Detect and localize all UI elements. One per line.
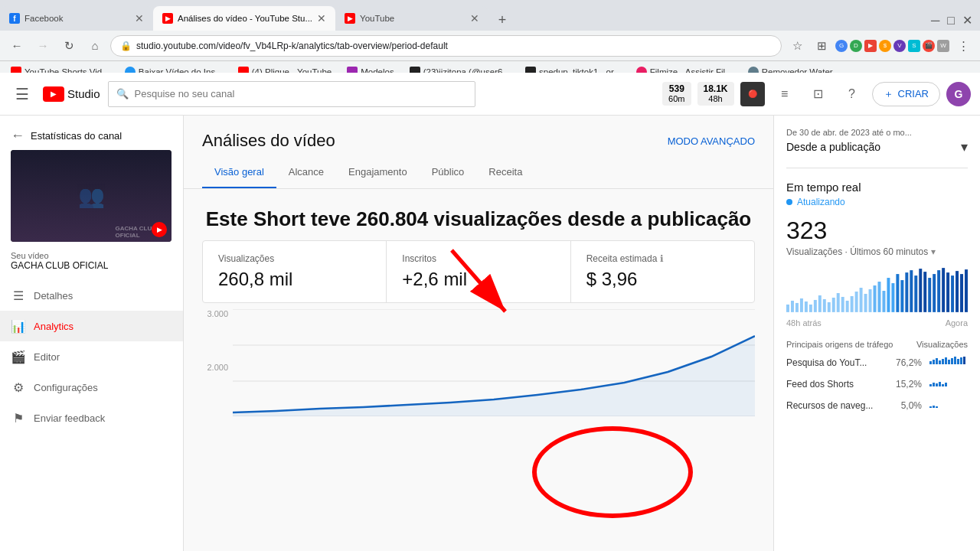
tab-close-youtube[interactable]: ✕ <box>470 12 479 24</box>
y-label-2000: 2.000 <box>207 363 228 372</box>
svg-rect-14 <box>823 299 826 312</box>
period-selector[interactable]: Desde a publicação ▾ <box>786 139 968 155</box>
stats-48h-box[interactable]: 18.1K 48h <box>697 82 734 106</box>
chrome-extension-8[interactable]: W <box>937 40 949 52</box>
chrome-extension-4[interactable]: $ <box>879 40 891 52</box>
advanced-mode-button[interactable]: MODO AVANÇADO <box>668 135 755 147</box>
tab-bar: f Facebook ✕ ▶ Análises do vídeo - YouTu… <box>0 0 980 31</box>
search-box[interactable]: 🔍 <box>108 81 475 107</box>
source-bar-3 <box>929 398 968 413</box>
revenue-label: Receita estimada ℹ <box>586 253 739 264</box>
svg-rect-26 <box>877 282 880 312</box>
chart-y-labels: 3.000 2.000 <box>202 309 233 416</box>
criar-button[interactable]: ＋ CRIAR <box>872 82 940 106</box>
sidebar: ← Estatísticas do canal 👥 GACHA CLUBOFIC… <box>0 116 184 551</box>
user-avatar[interactable]: G <box>946 82 971 106</box>
tab-engagement-label: Engajamento <box>348 166 407 178</box>
mini-chart <box>786 266 968 312</box>
tab-engagement[interactable]: Engajamento <box>336 157 420 188</box>
tab-overview[interactable]: Visão geral <box>202 157 276 188</box>
hamburger-menu[interactable]: ☰ <box>9 79 35 109</box>
menu-icon[interactable]: ≡ <box>771 80 799 108</box>
live-icon[interactable]: 🔴 <box>740 82 765 106</box>
svg-rect-57 <box>963 357 965 364</box>
close-browser-button[interactable]: ✕ <box>959 10 975 31</box>
chrome-extension-7[interactable]: 🎬 <box>923 40 935 52</box>
sidebar-item-editor[interactable]: 🎬 Editor <box>0 341 183 372</box>
svg-rect-15 <box>828 302 831 312</box>
tab-revenue[interactable]: Receita <box>476 157 534 188</box>
main-content: ← Estatísticas do canal 👥 GACHA CLUBOFIC… <box>0 116 980 551</box>
tab-title-youtube: YouTube <box>360 14 466 23</box>
browser-tab-yt-studio[interactable]: ▶ Análises do vídeo - YouTube Stu... ✕ <box>153 6 335 31</box>
sidebar-item-configuracoes[interactable]: ⚙ Configurações <box>0 372 183 403</box>
tab-close-yt-studio[interactable]: ✕ <box>317 12 326 24</box>
sidebar-back-header[interactable]: ← Estatísticas do canal <box>0 116 183 150</box>
svg-rect-46 <box>929 361 932 364</box>
realtime-section: Em tempo real Atualizando 323 Visualizaç… <box>786 168 968 413</box>
realtime-panel: De 30 de abr. de 2023 até o mo... Desde … <box>773 116 980 551</box>
help-icon[interactable]: ? <box>838 80 866 108</box>
tab-close-facebook[interactable]: ✕ <box>135 12 144 24</box>
home-button[interactable]: ⌂ <box>84 35 106 57</box>
forward-button[interactable]: → <box>32 35 54 57</box>
youtube-logo-icon <box>43 86 64 102</box>
dropdown-sublabel-icon[interactable]: ▾ <box>931 246 936 257</box>
yt-studio-logo[interactable]: Studio <box>43 86 100 102</box>
svg-rect-51 <box>945 357 947 364</box>
new-tab-button[interactable]: + <box>492 9 513 31</box>
search-icon: 🔍 <box>116 88 129 99</box>
feedback-icon: ⚑ <box>11 411 26 425</box>
svg-rect-21 <box>855 292 858 312</box>
chrome-extension-2[interactable]: D <box>850 40 862 52</box>
chrome-extension-5[interactable]: V <box>893 40 906 52</box>
svg-rect-39 <box>937 270 940 312</box>
reload-button[interactable]: ↻ <box>58 35 80 57</box>
time-start: 48h atrás <box>786 318 822 328</box>
sidebar-item-analytics[interactable]: 📊 Analytics <box>0 311 183 341</box>
period-label: Desde a publicação <box>786 141 880 153</box>
y-label-3000: 3.000 <box>207 309 228 318</box>
svg-rect-25 <box>874 285 877 312</box>
chrome-extension-1[interactable]: G <box>835 40 848 52</box>
browser-tab-youtube[interactable]: ▶ YouTube ✕ <box>335 6 488 31</box>
svg-rect-55 <box>957 359 959 364</box>
status-dot <box>786 199 792 205</box>
svg-rect-44 <box>960 274 963 312</box>
tab-reach-label: Alcance <box>289 166 324 178</box>
chrome-extension-3[interactable]: ▶ <box>864 40 877 52</box>
svg-rect-56 <box>960 357 962 364</box>
gacha-club-watermark: GACHA CLUBOFICIAL <box>116 225 156 239</box>
more-options-icon[interactable]: ⋮ <box>952 35 974 57</box>
svg-rect-24 <box>869 289 872 312</box>
svg-rect-50 <box>942 359 944 364</box>
source-pct-1: 76,2% <box>896 357 922 368</box>
sidebar-label-detalhes: Detalhes <box>34 290 73 302</box>
video-label: Seu vídeo <box>11 251 172 260</box>
maximize-button[interactable]: □ <box>944 11 958 31</box>
sidebar-item-detalhes[interactable]: ☰ Detalhes <box>0 280 183 311</box>
tab-audience[interactable]: Público <box>420 157 477 188</box>
chrome-extension-6[interactable]: S <box>908 40 920 52</box>
bookmark-icon[interactable]: ☆ <box>786 35 808 57</box>
subtitles-icon[interactable]: ⊡ <box>805 80 832 108</box>
back-button[interactable]: ← <box>6 35 28 57</box>
sidebar-item-feedback[interactable]: ⚑ Enviar feedback <box>0 403 183 433</box>
source-name-3: Recursos de naveg... <box>786 400 893 411</box>
views-value: 260,8 mil <box>218 269 371 290</box>
address-bar-row: ← → ↻ ⌂ 🔒 studio.youtube.com/video/fv_Vb… <box>0 31 980 61</box>
minimize-button[interactable]: ─ <box>928 11 942 31</box>
stat-card-views: Visualizações 260,8 mil <box>203 241 387 302</box>
address-input[interactable]: 🔒 studio.youtube.com/video/fv_Vb4LRp-k/a… <box>110 35 782 57</box>
svg-rect-30 <box>896 274 899 312</box>
source-sparkline-1 <box>929 357 968 369</box>
stats-60m-box[interactable]: 539 60m <box>662 82 691 106</box>
browser-tab-facebook[interactable]: f Facebook ✕ <box>0 6 153 31</box>
search-input[interactable] <box>135 88 467 99</box>
tab-audience-label: Público <box>432 166 465 178</box>
subs-value: +2,6 mil <box>402 269 554 290</box>
tab-reach[interactable]: Alcance <box>276 157 336 188</box>
analytics-tabs: Visão geral Alcance Engajamento Público … <box>184 157 773 189</box>
extension-icon[interactable]: ⊞ <box>811 35 832 57</box>
svg-rect-37 <box>928 278 931 312</box>
